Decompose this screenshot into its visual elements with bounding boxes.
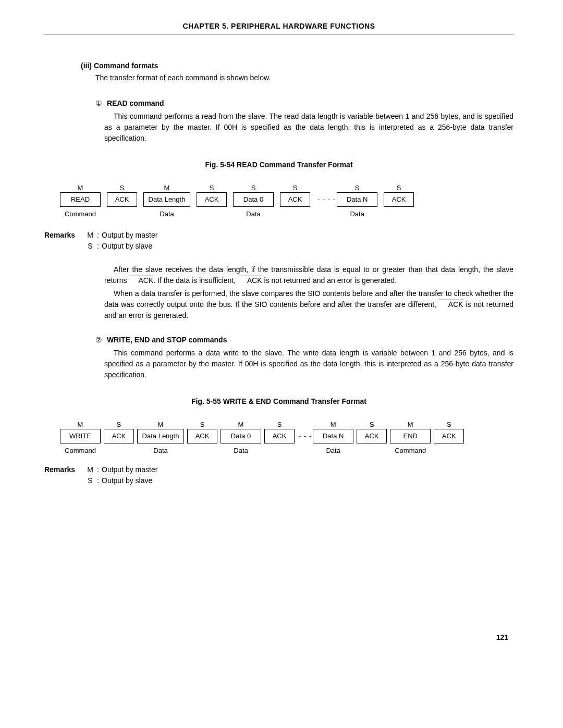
fig54-caption: Fig. 5-54 READ Command Transfer Format — [44, 159, 513, 170]
diagram-box: Data 0 — [233, 192, 274, 207]
diagram-box: ACK — [264, 429, 295, 443]
remarks-m-key: M — [86, 230, 94, 241]
fig55-caption: Fig. 5-55 WRITE & END Command Transfer F… — [44, 396, 513, 407]
ellipsis: - - - - — [316, 192, 337, 207]
diagram-bottom-label: Data — [246, 207, 260, 218]
diagram-bottom-label: Command — [65, 207, 96, 218]
diagram-col: MData LengthData — [137, 419, 184, 455]
remarks-label: Remarks — [44, 230, 86, 241]
remarks-s-text: Output by slave — [102, 241, 152, 252]
diagram-box: ACK — [357, 429, 387, 443]
diagram-col: SACK — [107, 183, 137, 218]
remarks-label: Remarks — [44, 464, 86, 475]
diagram-box: Data N — [313, 429, 353, 443]
remarks-1: Remarks M : Output by master S : Output … — [44, 230, 513, 252]
diagram-top-label: S — [293, 183, 298, 192]
read-heading: ① READ command — [95, 98, 513, 109]
ellipsis: - - - — [298, 429, 313, 443]
diagram-box: ACK — [104, 429, 134, 443]
diagram-col: MWRITECommand — [60, 419, 101, 455]
diagram-box: Data N — [337, 192, 377, 207]
remarks-m-colon: : — [94, 230, 102, 241]
remarks-s-colon: : — [94, 241, 102, 252]
diagram-top-label: M — [164, 183, 170, 192]
after-read-p2: When a data transfer is performed, the s… — [104, 288, 513, 321]
diagram-bottom-label: Data — [350, 207, 364, 218]
diagram-top-label: S — [251, 183, 256, 192]
remarks-s-key: S — [86, 241, 94, 252]
section-intro: The transfer format of each command is s… — [95, 72, 513, 83]
diagram-col: SACK — [357, 419, 387, 455]
diagram-col: SACK — [384, 183, 414, 218]
ack-overline: ACK — [238, 275, 262, 286]
remarks-m-text: Output by master — [102, 230, 157, 241]
diagram-bottom-label: Data — [234, 443, 248, 455]
diagram-box: ACK — [197, 192, 227, 207]
diagram-bottom-label: Command — [65, 443, 96, 455]
write-para: This command performs a data write to th… — [104, 348, 513, 380]
diagram-top-label: S — [120, 183, 125, 192]
diagram-top-label: M — [78, 419, 83, 429]
diagram-top-label: M — [158, 419, 164, 429]
diagram-col: SACK — [197, 183, 227, 218]
read-para: This command performs a read from the sl… — [104, 111, 513, 144]
diagram-top-label: M — [78, 183, 83, 192]
diagram-box: ACK — [107, 192, 137, 207]
diagram-top-label: S — [117, 419, 121, 429]
diagram-top-label: S — [447, 419, 451, 429]
diagram-top-label: S — [355, 183, 360, 192]
diagram-top-label: S — [370, 419, 374, 429]
diagram-box: WRITE — [60, 429, 101, 443]
diagram-col: MENDCommand — [390, 419, 431, 455]
ack-overline: ACK — [439, 299, 463, 310]
diagram-box: ACK — [434, 429, 464, 443]
diagram-box: ACK — [280, 192, 310, 207]
fig54-diagram: MREADCommandSACKMData LengthDataSACKSDat… — [60, 183, 513, 218]
diagram-col: MREADCommand — [60, 183, 101, 218]
diagram-box: READ — [60, 192, 101, 207]
diagram-box: Data Length — [143, 192, 190, 207]
read-num: ① — [95, 98, 105, 109]
diagram-box: Data 0 — [221, 429, 261, 443]
diagram-top-label: M — [331, 419, 336, 429]
diagram-bottom-label: Command — [395, 443, 426, 455]
section-label: (iii) Command formats — [81, 60, 513, 71]
remarks-2: Remarks M : Output by master S : Output … — [44, 464, 513, 486]
diagram-bottom-label: Data — [153, 443, 167, 455]
fig55-diagram: MWRITECommandSACKMData LengthDataSACKMDa… — [60, 419, 513, 455]
write-heading: ② WRITE, END and STOP commands — [95, 335, 513, 346]
diagram-col: SData 0Data — [233, 183, 274, 218]
diagram-top-label: S — [277, 419, 282, 429]
diagram-col: SACK — [280, 183, 310, 218]
diagram-col: SData NData — [337, 183, 377, 218]
diagram-bottom-label: Data — [326, 443, 340, 455]
ack-overline: ACK — [129, 275, 153, 286]
after-read-p1: After the slave receives the data length… — [104, 264, 513, 286]
diagram-col: SACK — [264, 419, 295, 455]
page-number: 121 — [44, 632, 513, 643]
write-num: ② — [95, 335, 105, 346]
diagram-col: SACK — [434, 419, 464, 455]
diagram-col: SACK — [104, 419, 134, 455]
diagram-col: SACK — [187, 419, 217, 455]
diagram-box: END — [390, 429, 431, 443]
chapter-header: CHAPTER 5. PERIPHERAL HARDWARE FUNCTIONS — [44, 21, 513, 34]
diagram-col: MData 0Data — [221, 419, 261, 455]
diagram-box: Data Length — [137, 429, 184, 443]
write-title: WRITE, END and STOP commands — [107, 336, 227, 344]
diagram-top-label: S — [397, 183, 401, 192]
diagram-col: MData NData — [313, 419, 353, 455]
read-title: READ command — [107, 99, 164, 107]
diagram-box: ACK — [187, 429, 217, 443]
diagram-top-label: M — [238, 419, 244, 429]
diagram-top-label: S — [200, 419, 205, 429]
diagram-top-label: M — [408, 419, 413, 429]
diagram-col: MData LengthData — [143, 183, 190, 218]
diagram-top-label: S — [210, 183, 214, 192]
diagram-bottom-label: Data — [160, 207, 174, 218]
diagram-box: ACK — [384, 192, 414, 207]
